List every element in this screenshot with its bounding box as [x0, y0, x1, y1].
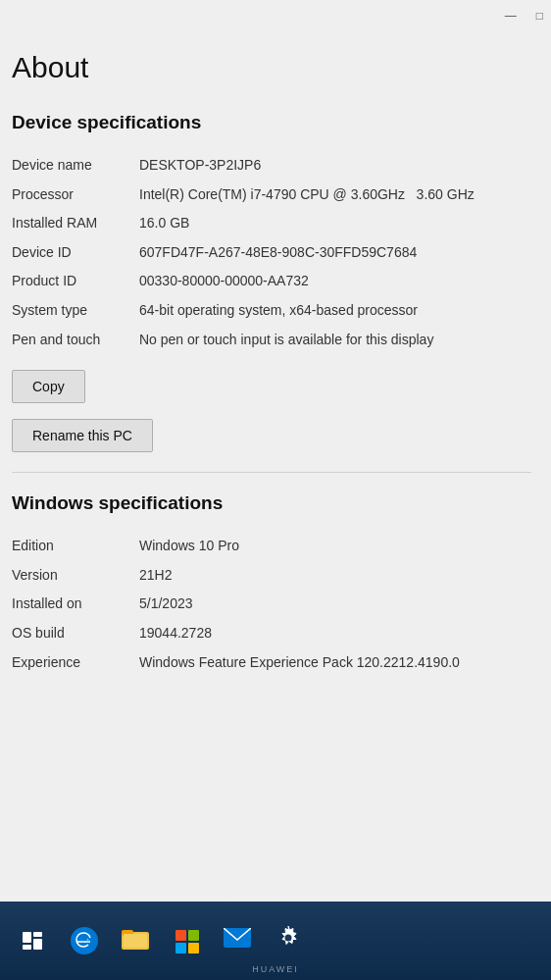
- rename-button-row: Rename this PC: [12, 419, 531, 452]
- spec-value: 64-bit operating system, x64-based proce…: [139, 301, 527, 321]
- spec-value: No pen or touch input is available for t…: [139, 331, 527, 350]
- windows-store-icon: [175, 930, 197, 952]
- windows-specifications-section: Windows specifications Edition Windows 1…: [8, 492, 531, 677]
- spec-label: Installed RAM: [12, 214, 139, 233]
- spec-label: Product ID: [12, 272, 139, 291]
- section-divider: [12, 472, 531, 473]
- table-row: Processor Intel(R) Core(TM) i7-4790 CPU …: [8, 181, 531, 210]
- button-row: Copy: [12, 370, 531, 403]
- spec-value: 21H2: [139, 566, 527, 586]
- settings-window: — □ About Device specifications Device n…: [0, 0, 551, 980]
- svg-rect-9: [188, 930, 199, 941]
- svg-rect-8: [175, 930, 186, 941]
- svg-rect-2: [33, 939, 42, 950]
- spec-label: Device name: [12, 156, 139, 176]
- windows-section-title: Windows specifications: [8, 492, 531, 514]
- title-bar: — □: [473, 0, 551, 31]
- settings-button[interactable]: [265, 917, 312, 964]
- spec-label: Experience: [12, 653, 139, 673]
- spec-value: 00330-80000-00000-AA732: [139, 272, 527, 291]
- spec-label: Installed on: [12, 594, 139, 614]
- folder-icon: [122, 926, 149, 956]
- minimize-button[interactable]: —: [505, 10, 517, 22]
- spec-label: System type: [12, 301, 139, 321]
- spec-label: Device ID: [12, 243, 139, 263]
- content-area: About Device specifications Device name …: [0, 31, 551, 902]
- svg-rect-11: [188, 943, 199, 954]
- gear-icon: [276, 925, 301, 956]
- table-row: Installed RAM 16.0 GB: [8, 209, 531, 238]
- table-row: System type 64-bit operating system, x64…: [8, 296, 531, 326]
- spec-label: Processor: [12, 185, 139, 205]
- mail-icon: [224, 928, 251, 954]
- windows-specs-table: Edition Windows 10 Pro Version 21H2 Inst…: [8, 532, 531, 677]
- spec-value: Windows 10 Pro: [139, 537, 527, 556]
- table-row: Version 21H2: [8, 561, 531, 591]
- svg-point-14: [285, 935, 292, 942]
- spec-label: Version: [12, 566, 139, 586]
- svg-rect-3: [23, 945, 31, 950]
- table-row: Device ID 607FD47F-A267-48E8-908C-30FFD5…: [8, 238, 531, 268]
- taskbar: HUAWEI: [0, 902, 551, 980]
- spec-value: 16.0 GB: [139, 214, 527, 233]
- svg-rect-0: [23, 932, 31, 943]
- table-row: OS build 19044.2728: [8, 619, 531, 648]
- spec-value: DESKTOP-3P2IJP6: [139, 156, 527, 176]
- table-row: Edition Windows 10 Pro: [8, 532, 531, 561]
- taskview-icon: [23, 932, 44, 950]
- spec-label: Edition: [12, 537, 139, 556]
- table-row: Installed on 5/1/2023: [8, 590, 531, 619]
- svg-rect-1: [33, 932, 42, 937]
- table-row: Pen and touch No pen or touch input is a…: [8, 326, 531, 355]
- table-row: Device name DESKTOP-3P2IJP6: [8, 151, 531, 181]
- rename-pc-button[interactable]: Rename this PC: [12, 419, 153, 452]
- taskbar-brand-label: HUAWEI: [252, 964, 299, 974]
- spec-value: 19044.2728: [139, 624, 527, 644]
- file-explorer-button[interactable]: [112, 917, 159, 964]
- table-row: Experience Windows Feature Experience Pa…: [8, 648, 531, 678]
- maximize-button[interactable]: □: [536, 10, 543, 22]
- copy-button[interactable]: Copy: [12, 370, 85, 403]
- edge-button[interactable]: [61, 917, 108, 964]
- taskview-button[interactable]: [10, 917, 57, 964]
- svg-rect-7: [124, 934, 147, 948]
- spec-value: Intel(R) Core(TM) i7-4790 CPU @ 3.60GHz …: [139, 185, 527, 205]
- table-row: Product ID 00330-80000-00000-AA732: [8, 267, 531, 296]
- spec-label: OS build: [12, 624, 139, 644]
- mail-button[interactable]: [214, 917, 261, 964]
- edge-icon: [71, 927, 98, 954]
- page-title: About: [8, 51, 531, 84]
- device-specs-table: Device name DESKTOP-3P2IJP6 Processor In…: [8, 151, 531, 354]
- device-specifications-section: Device specifications Device name DESKTO…: [8, 112, 531, 452]
- spec-value: Windows Feature Experience Pack 120.2212…: [139, 653, 527, 673]
- spec-value: 5/1/2023: [139, 594, 527, 614]
- svg-rect-10: [175, 943, 186, 954]
- spec-label: Pen and touch: [12, 331, 139, 350]
- spec-value: 607FD47F-A267-48E8-908C-30FFD59C7684: [139, 243, 527, 263]
- device-section-title: Device specifications: [8, 112, 531, 133]
- microsoft-store-button[interactable]: [163, 917, 210, 964]
